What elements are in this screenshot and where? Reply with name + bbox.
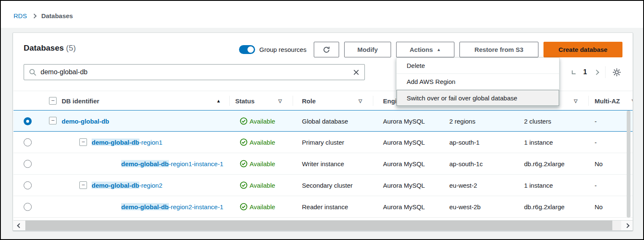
- multi-az-cell: No: [595, 160, 603, 167]
- db-name-match: demo-global-db: [121, 203, 169, 210]
- column-header-status[interactable]: Status: [235, 97, 255, 104]
- preferences-button[interactable]: [612, 68, 621, 77]
- table-body: − demo-global-db Available Global databa…: [14, 110, 633, 218]
- table-row[interactable]: − demo-global-db-region2 Available Secon…: [14, 175, 633, 196]
- region-cell: 2 regions: [449, 117, 476, 124]
- create-database-label: Create database: [559, 46, 608, 53]
- search-input-value[interactable]: demo-global-db: [41, 68, 349, 76]
- group-resources-toggle[interactable]: Group resources: [239, 45, 307, 54]
- size-cell: 2 clusters: [524, 117, 551, 124]
- databases-panel: Databases (5) Group resources Modify Act…: [13, 32, 633, 231]
- row-radio[interactable]: [24, 138, 32, 146]
- header-divider: [293, 96, 293, 106]
- size-cell: db.r6g.2xlarge: [524, 160, 565, 167]
- region-cell: ap-south-1: [449, 139, 480, 146]
- db-name-match: demo-global-db: [92, 139, 139, 146]
- column-header-role[interactable]: Role: [302, 97, 316, 104]
- row-radio[interactable]: [24, 160, 32, 168]
- restore-label: Restore from S3: [475, 46, 524, 53]
- size-cell: db.r6g.2xlarge: [524, 203, 565, 210]
- db-link[interactable]: demo-global-db-region2: [92, 182, 163, 189]
- row-radio-selected[interactable]: [24, 117, 32, 125]
- horizontal-scrollbar-track[interactable]: [612, 221, 621, 231]
- db-link[interactable]: demo-global-db-region1-instance-1: [121, 160, 223, 167]
- db-link[interactable]: demo-global-db-region1: [92, 139, 163, 146]
- page-title-text: Databases: [24, 43, 64, 52]
- modify-label: Modify: [357, 46, 378, 53]
- table-row[interactable]: demo-global-db-region1-instance-1 Availa…: [14, 153, 633, 175]
- db-name-suffix: -region2-instance-1: [169, 203, 223, 210]
- vertical-scrollbar[interactable]: [627, 111, 630, 218]
- sort-ascending-icon[interactable]: ▲: [216, 98, 221, 103]
- table-row[interactable]: − demo-global-db-region1 Available Prima…: [14, 132, 633, 153]
- status-filter-icon[interactable]: ▽: [278, 98, 282, 103]
- multi-az-cell: -: [595, 139, 597, 146]
- status-available-icon: [240, 138, 247, 148]
- engine-cell: Aurora MySQL: [383, 160, 425, 167]
- db-link[interactable]: demo-global-db-region2-instance-1: [121, 203, 223, 210]
- actions-button[interactable]: Actions ▲: [396, 42, 454, 57]
- create-database-button[interactable]: Create database: [543, 42, 622, 57]
- chevron-right-icon: [625, 223, 629, 228]
- row-collapse-toggle[interactable]: −: [79, 181, 87, 189]
- horizontal-scrollbar-thumb[interactable]: [25, 221, 612, 231]
- menu-item-switchover-failover[interactable]: Switch over or fail over global database: [397, 90, 559, 106]
- toggle-switch-on-icon[interactable]: [239, 45, 255, 54]
- db-name-suffix: -region2: [139, 182, 163, 189]
- menu-item-delete[interactable]: Delete: [397, 58, 559, 74]
- filter-search-input[interactable]: demo-global-db: [24, 64, 365, 80]
- table-row[interactable]: − demo-global-db Available Global databa…: [14, 110, 633, 132]
- status-cell: Available: [250, 139, 275, 146]
- db-identifier-cell: demo-global-db-region2: [92, 182, 163, 189]
- status-available-icon: [240, 181, 247, 191]
- gear-icon: [612, 68, 621, 77]
- db-link[interactable]: demo-global-db: [62, 117, 109, 124]
- column-header-multi-az[interactable]: Multi-AZ: [595, 97, 620, 104]
- row-collapse-toggle[interactable]: −: [79, 138, 87, 146]
- db-name-match: demo-global-db: [121, 160, 169, 167]
- clear-search-button[interactable]: [353, 69, 359, 76]
- table-row[interactable]: demo-global-db-region2-instance-1 Availa…: [14, 196, 633, 218]
- refresh-button[interactable]: [314, 42, 339, 57]
- group-resources-label: Group resources: [259, 46, 307, 53]
- search-icon: [29, 69, 36, 76]
- pagination-divider: [605, 66, 606, 78]
- multi-az-filter-icon[interactable]: ▽: [632, 98, 633, 103]
- top-bar: [1, 1, 643, 28]
- status-cell: Available: [250, 160, 275, 167]
- next-page-button[interactable]: [594, 70, 599, 75]
- header-divider: [229, 96, 230, 106]
- modify-button[interactable]: Modify: [344, 42, 391, 57]
- status-cell: Available: [250, 117, 275, 124]
- db-identifier-cell: demo-global-db-region1: [92, 139, 163, 146]
- column-header-db-identifier[interactable]: DB identifier: [62, 97, 99, 104]
- menu-item-add-aws-region[interactable]: Add AWS Region: [397, 74, 559, 90]
- current-page-number[interactable]: 1: [583, 68, 587, 76]
- collapse-all-toggle[interactable]: −: [49, 97, 57, 105]
- breadcrumb-rds-link[interactable]: RDS: [14, 12, 27, 19]
- previous-page-button[interactable]: [572, 70, 576, 74]
- role-cell: Reader instance: [302, 203, 348, 210]
- restore-from-s3-button[interactable]: Restore from S3: [459, 42, 538, 57]
- region-cell: eu-west-2: [449, 182, 477, 189]
- db-identifier-cell: demo-global-db-region2-instance-1: [121, 203, 223, 210]
- breadcrumb-chevron-icon: [32, 13, 36, 18]
- row-radio[interactable]: [24, 203, 32, 211]
- toggle-knob: [247, 46, 254, 53]
- db-name-match: demo-global-db: [62, 117, 109, 124]
- role-cell: Global database: [302, 117, 348, 124]
- multi-az-cell: -: [595, 182, 597, 189]
- region-cell: ap-south-1c: [449, 160, 483, 167]
- actions-dropdown-menu: Delete Add AWS Region Switch over or fai…: [396, 57, 560, 106]
- size-cell: 1 instance: [524, 182, 553, 189]
- scroll-right-button[interactable]: [621, 221, 633, 231]
- row-collapse-toggle[interactable]: −: [49, 117, 57, 124]
- scroll-left-button[interactable]: [14, 221, 25, 231]
- role-filter-icon[interactable]: ▽: [359, 98, 362, 103]
- size-filter-icon[interactable]: ▽: [574, 98, 577, 103]
- multi-az-cell: No: [595, 203, 603, 210]
- row-radio[interactable]: [24, 181, 32, 189]
- horizontal-scrollbar[interactable]: [14, 220, 633, 231]
- engine-cell: Aurora MySQL: [383, 203, 425, 210]
- region-cell: eu-west-2b: [449, 203, 481, 210]
